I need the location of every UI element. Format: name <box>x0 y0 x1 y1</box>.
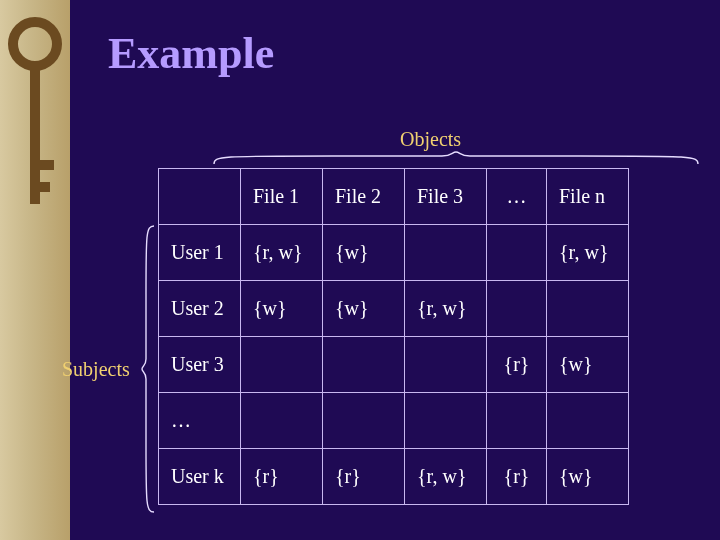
cell <box>547 281 629 337</box>
col-header: File 2 <box>323 169 405 225</box>
row-header: User 1 <box>159 225 241 281</box>
cell: {w} <box>241 281 323 337</box>
cell: {r} <box>487 337 547 393</box>
cell: {r} <box>487 449 547 505</box>
cell: {r, w} <box>241 225 323 281</box>
cell: {r, w} <box>547 225 629 281</box>
cell: {w} <box>547 337 629 393</box>
cell: {r, w} <box>405 449 487 505</box>
table-row: User 3 {r} {w} <box>159 337 629 393</box>
cell <box>323 393 405 449</box>
cell <box>405 393 487 449</box>
cell <box>487 225 547 281</box>
cell <box>487 281 547 337</box>
access-matrix-table: File 1 File 2 File 3 … File n User 1 {r,… <box>158 168 629 505</box>
row-header: User 2 <box>159 281 241 337</box>
cell: {r, w} <box>405 281 487 337</box>
row-header: User k <box>159 449 241 505</box>
cell: {r} <box>323 449 405 505</box>
subjects-label: Subjects <box>62 358 130 381</box>
svg-rect-2 <box>30 160 54 170</box>
cell <box>241 337 323 393</box>
col-header-ellipsis: … <box>487 169 547 225</box>
row-header: User 3 <box>159 337 241 393</box>
col-header: File 1 <box>241 169 323 225</box>
horizontal-brace-icon <box>212 150 700 166</box>
vertical-brace-icon <box>140 224 156 514</box>
cell <box>405 225 487 281</box>
cell: {w} <box>547 449 629 505</box>
col-header: File 3 <box>405 169 487 225</box>
cell <box>323 337 405 393</box>
cell <box>547 393 629 449</box>
key-icon <box>6 10 64 230</box>
cell <box>241 393 323 449</box>
table-row: User k {r} {r} {r, w} {r} {w} <box>159 449 629 505</box>
cell: {w} <box>323 225 405 281</box>
svg-rect-3 <box>30 182 50 192</box>
objects-label: Objects <box>400 128 461 151</box>
svg-point-0 <box>13 22 57 66</box>
cell <box>487 393 547 449</box>
col-header: File n <box>547 169 629 225</box>
cell <box>405 337 487 393</box>
table-header-row: File 1 File 2 File 3 … File n <box>159 169 629 225</box>
table-row: User 2 {w} {w} {r, w} <box>159 281 629 337</box>
row-header-ellipsis: … <box>159 393 241 449</box>
key-decor-strip <box>0 0 70 540</box>
table-row-ellipsis: … <box>159 393 629 449</box>
cell: {r} <box>241 449 323 505</box>
table-row: User 1 {r, w} {w} {r, w} <box>159 225 629 281</box>
cell: {w} <box>323 281 405 337</box>
corner-cell <box>159 169 241 225</box>
page-title: Example <box>108 28 274 79</box>
